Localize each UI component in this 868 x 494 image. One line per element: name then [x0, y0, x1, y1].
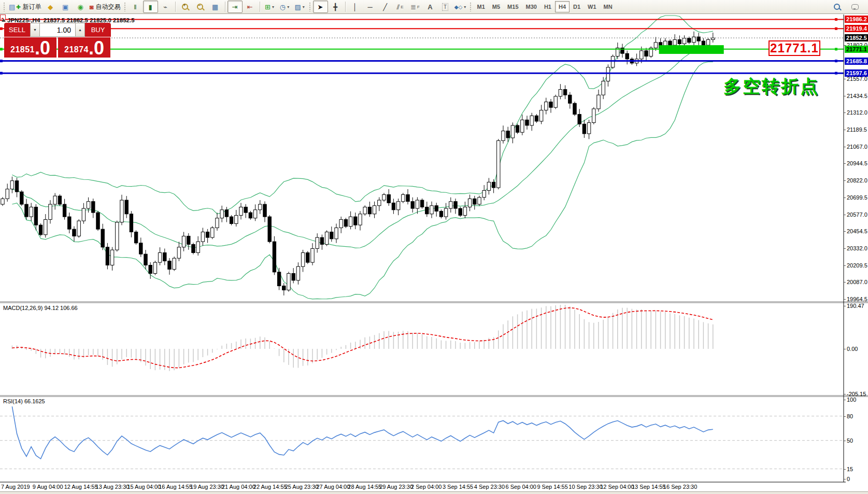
volume-increase-button[interactable]: ▲ [75, 23, 85, 37]
horizontal-line-button[interactable]: ─ [363, 1, 378, 13]
axis-tickmark [844, 96, 846, 96]
toolbar-grip[interactable] [3, 2, 6, 11]
text-label-button[interactable]: T [438, 1, 453, 13]
auto-scroll-button[interactable]: ⇥ [227, 1, 243, 13]
sell-price-pips: .0 [35, 40, 50, 57]
arrows-button[interactable]: ◆◇▾ [453, 1, 468, 13]
turning-point-annotation[interactable]: 多空转折点 [723, 75, 819, 98]
trendline-button[interactable]: ╱ [378, 1, 393, 13]
time-axis-label: 22 Aug 14:55 [253, 484, 287, 490]
axis-tick-label: 100 [847, 397, 856, 403]
signals-button[interactable]: ◉ [73, 1, 88, 13]
axis-tick-label: 20944.5 [847, 160, 867, 166]
axis-tickmark [844, 197, 846, 198]
sell-button[interactable]: SELL [4, 23, 30, 37]
clock-icon: ◷ [280, 4, 286, 10]
timeframe-mn[interactable]: MN [600, 1, 616, 12]
line-chart-button[interactable]: ⌁ [158, 1, 173, 13]
vertical-line-button[interactable]: │ [348, 1, 363, 13]
time-axis-label: 13 Sep 14:55 [632, 484, 665, 490]
bottom-strip [0, 491, 868, 494]
timeframe-m5[interactable]: M5 [489, 1, 504, 12]
price-callout-box[interactable]: 21771.1 [769, 40, 820, 56]
new-order-icon: ▤ [9, 4, 15, 10]
time-axis-label: 13 Aug 23:30 [96, 484, 130, 490]
one-click-trade-panel: SELL ▼ ▲ BUY 21851.0 21874.0 [4, 23, 112, 58]
buy-price-main: 21874 [64, 45, 89, 54]
search-icon [834, 4, 840, 10]
tile-windows-button[interactable]: ▦ [208, 1, 223, 13]
text-label-icon: T [442, 3, 448, 11]
price-axis-badge: 21685.8 [845, 58, 868, 65]
axis-tickmark [844, 394, 846, 394]
triangle-up-icon: ▲ [78, 28, 82, 32]
volume-decrease-button[interactable]: ▼ [30, 23, 40, 37]
price-axis-badge: 21919.4 [845, 25, 868, 32]
candlestick-chart-button[interactable]: ▮ [143, 1, 158, 13]
timeframe-m1[interactable]: M1 [474, 1, 489, 12]
axis-tickmark [844, 130, 846, 130]
timeframe-w1[interactable]: W1 [584, 1, 600, 12]
rsi-indicator-label: RSI(14) 66.1625 [3, 398, 45, 404]
plus-icon: ✚ [16, 4, 20, 10]
timeframe-m15[interactable]: M15 [504, 1, 522, 12]
timeframe-d1[interactable]: D1 [570, 1, 584, 12]
candlestick-icon: ▮ [148, 4, 152, 10]
terminal-button[interactable]: ▣ [58, 1, 73, 13]
time-axis-label: 21 Aug 04:00 [222, 484, 255, 490]
buy-price-button[interactable]: 21874.0 [58, 37, 110, 58]
timeframe-h1[interactable]: H1 [540, 1, 555, 12]
dropdown-arrow-icon: ▾ [287, 5, 289, 9]
volume-input[interactable] [40, 23, 75, 37]
time-axis-label: 6 Sep 04:00 [506, 484, 536, 490]
time-axis-label: 2 Sep 04:00 [411, 484, 442, 490]
text-button[interactable]: A [423, 1, 438, 13]
chart-canvas[interactable] [0, 0, 868, 494]
data-folder-button[interactable]: ◆ [43, 1, 58, 13]
channel-button[interactable]: ⫽E [393, 1, 408, 13]
axis-tickmark [844, 469, 846, 470]
toolbar-grip[interactable] [469, 2, 472, 11]
terminal-icon: ▣ [62, 4, 68, 10]
fibonacci-button[interactable]: ≣F [408, 1, 423, 13]
chart-shift-button[interactable]: ⇤ [243, 1, 258, 13]
chart-template-button[interactable]: ▨▾ [292, 1, 307, 13]
quote-panel-expander-icon[interactable] [2, 19, 6, 22]
triangle-down-icon: ▼ [33, 28, 37, 32]
sell-price-button[interactable]: 21851.0 [4, 37, 56, 58]
axis-tickmark [844, 180, 846, 181]
crosshair-button[interactable]: ╋ [328, 1, 343, 13]
search-button[interactable] [829, 1, 844, 13]
chat-button[interactable] [847, 1, 862, 13]
dropdown-arrow-icon: ▾ [464, 5, 466, 9]
time-axis-label: 16 Sep 23:30 [663, 484, 697, 490]
price-axis-badge: 21771.1 [845, 46, 868, 53]
toolbar-grip[interactable] [124, 2, 126, 11]
zoom-in-button[interactable]: + [178, 1, 193, 13]
toolbar-grip[interactable] [309, 2, 311, 11]
toolbar-separator [225, 2, 225, 12]
timeframe-h4[interactable]: H4 [555, 1, 570, 12]
zoom-out-button[interactable]: − [193, 1, 208, 13]
new-chart-button[interactable]: ⊞▾ [262, 1, 277, 13]
axis-tick-label: 19964.5 [847, 296, 867, 302]
price-axis-badge: 21852.5 [845, 34, 868, 41]
crosshair-icon: ╋ [333, 4, 337, 10]
new-order-button[interactable]: ▤ ✚ 新订单 [7, 1, 43, 13]
axis-tickmark [844, 248, 846, 249]
axis-tickmark [844, 215, 846, 215]
autotrading-button[interactable]: ◙ 自动交易 [88, 1, 122, 13]
buy-button[interactable]: BUY [85, 23, 111, 37]
axis-tick-label: 20332.0 [847, 245, 867, 251]
axis-tickmark [844, 400, 846, 400]
bar-chart-button[interactable]: ‖ [128, 1, 143, 13]
cursor-button[interactable]: ➤ [313, 1, 328, 13]
trade-panel-top-row: SELL ▼ ▲ BUY [4, 23, 112, 37]
time-axis-label: 27 Aug 04:00 [317, 484, 350, 490]
timeframe-m30[interactable]: M30 [522, 1, 540, 12]
period-clock-button[interactable]: ◷▾ [277, 1, 292, 13]
time-axis-label: 12 Aug 14:55 [64, 484, 98, 490]
dropdown-arrow-icon: ▾ [272, 5, 274, 9]
vertical-line-icon: │ [353, 4, 357, 10]
rsi-layer [0, 406, 844, 469]
